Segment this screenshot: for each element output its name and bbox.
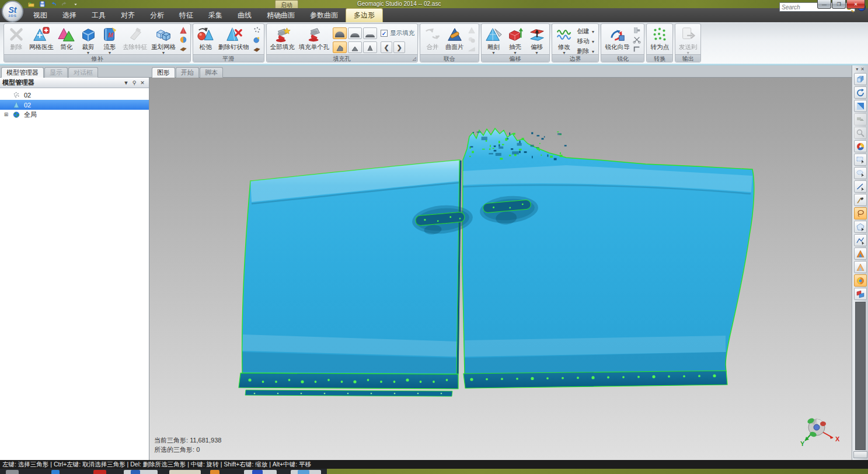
ribbon-button-流形[interactable]: M 流形▼ bbox=[99, 25, 120, 53]
sphere-mini-icon[interactable] bbox=[178, 36, 189, 44]
dialog-launcher-icon[interactable]: ◿ bbox=[413, 56, 416, 61]
maximize-button[interactable]: ❐ bbox=[832, 0, 846, 9]
ribbon-tab-选择[interactable]: 选择 bbox=[55, 8, 84, 22]
show-fill-checkbox[interactable]: ✓ bbox=[381, 30, 388, 37]
windows-taskbar[interactable] bbox=[0, 469, 868, 474]
ribbon-tab-采集[interactable]: 采集 bbox=[201, 8, 230, 22]
toolbar-footer-button[interactable] bbox=[853, 451, 867, 458]
scissors-mini-icon[interactable] bbox=[632, 36, 642, 44]
hole-partial-fill-type-1[interactable] bbox=[333, 41, 347, 53]
panel-close-icon[interactable]: ✕ bbox=[138, 80, 147, 86]
ribbon-button-重划网格[interactable]: 重划网格▼ bbox=[149, 25, 177, 53]
ribbon-button-锐化向导[interactable]: 锐化向导 bbox=[603, 25, 631, 53]
3d-viewport[interactable]: 当前三角形: 11,681,938 所选的三角形: 0 X Y bbox=[149, 78, 852, 460]
viewport-tab-开始[interactable]: 开始 bbox=[176, 67, 199, 78]
ribbon-button-填充单个孔[interactable]: 填充单个孔 bbox=[297, 25, 332, 53]
denoise-mini-icon[interactable] bbox=[252, 26, 262, 34]
ellipse-select-icon[interactable] bbox=[854, 167, 867, 179]
panel-tab-显示[interactable]: 显示 bbox=[44, 67, 68, 78]
ribbon-tab-多边形[interactable]: 多边形 bbox=[346, 8, 383, 22]
dynamic-view-icon[interactable] bbox=[854, 73, 867, 85]
brush-select-icon[interactable] bbox=[854, 194, 867, 206]
minimize-button[interactable]: — bbox=[817, 0, 831, 9]
rotate-view-icon[interactable] bbox=[854, 86, 867, 99]
ribbon-button-转为点[interactable]: 转为点 bbox=[649, 25, 671, 53]
flange-mini-icon[interactable] bbox=[632, 26, 642, 34]
ribbon-tab-精确曲面[interactable]: 精确曲面 bbox=[259, 8, 302, 22]
tree-item-02[interactable]: 02 bbox=[0, 100, 149, 110]
ribbon-button-移动[interactable]: 移动▼ bbox=[576, 37, 597, 46]
taskbar-app-fragment[interactable] bbox=[252, 470, 263, 474]
taskbar-apps[interactable] bbox=[0, 469, 327, 474]
ribbon-button-偏移[interactable]: 偏移▼ bbox=[527, 25, 548, 53]
ribbon-button-删除钉状物[interactable]: 删除钉状物 bbox=[217, 25, 251, 53]
polyline-select-icon[interactable] bbox=[854, 234, 867, 246]
open-icon[interactable] bbox=[27, 1, 35, 8]
taskbar-app-fragment[interactable] bbox=[210, 470, 219, 474]
hole-fill-type-1[interactable] bbox=[333, 27, 347, 39]
qat-dropdown-icon[interactable] bbox=[71, 1, 79, 8]
sand-mini-icon[interactable] bbox=[252, 45, 262, 53]
tree-expander-icon[interactable]: ⊞ bbox=[4, 112, 9, 117]
flood-select-alt-icon[interactable] bbox=[854, 261, 867, 273]
ribbon-button-修改[interactable]: 修改▼ bbox=[554, 25, 575, 53]
panel-tab-模型管理器[interactable]: 模型管理器 bbox=[1, 67, 44, 78]
prev-hole-button[interactable]: ❮ bbox=[381, 41, 392, 53]
taskbar-app-fragment[interactable] bbox=[51, 470, 60, 474]
panel-pin-icon[interactable]: ⚲ bbox=[130, 80, 138, 86]
panel-tab-对话框[interactable]: 对话框 bbox=[68, 67, 98, 78]
save-icon[interactable] bbox=[38, 1, 46, 8]
tree-item-02[interactable]: 02 bbox=[0, 90, 149, 100]
ribbon-button-简化[interactable]: 简化 bbox=[56, 25, 77, 53]
corner-mini-icon[interactable] bbox=[632, 45, 642, 53]
undo-icon[interactable] bbox=[49, 1, 57, 8]
ribbon-button-抽壳[interactable]: 抽壳▼ bbox=[505, 25, 526, 53]
scanned-mesh-model[interactable] bbox=[149, 78, 852, 460]
close-button[interactable]: ✕ bbox=[846, 0, 865, 9]
orientation-gizmo[interactable]: X Y bbox=[799, 413, 842, 447]
redo-icon[interactable] bbox=[60, 1, 68, 8]
ribbon-tab-工具[interactable]: 工具 bbox=[84, 8, 113, 22]
ribbon-button-雕刻[interactable]: 雕刻▼ bbox=[483, 25, 504, 53]
panel-dropdown-icon[interactable]: ▼ bbox=[122, 80, 130, 86]
hole-fill-type-3[interactable] bbox=[363, 27, 377, 39]
rectangle-select-icon[interactable] bbox=[854, 154, 867, 166]
taskbar-app-fragment[interactable] bbox=[93, 470, 106, 474]
ribbon-button-全部填充[interactable]: 全部填充 bbox=[269, 25, 297, 53]
toolbar-close-icon[interactable]: ✕ bbox=[860, 67, 864, 72]
polygon-select-icon[interactable] bbox=[854, 221, 867, 233]
ribbon-button-创建[interactable]: 创建▼ bbox=[576, 27, 597, 36]
toolbar-dropdown-icon[interactable]: ▾ bbox=[856, 67, 858, 72]
hole-partial-fill-type-2[interactable] bbox=[348, 41, 362, 53]
shade-view-icon[interactable] bbox=[854, 100, 867, 112]
ribbon-tab-曲线[interactable]: 曲线 bbox=[230, 8, 259, 22]
polish-mini-icon[interactable] bbox=[252, 36, 262, 44]
ribbon-tab-特征[interactable]: 特征 bbox=[172, 8, 201, 22]
tree-item-全局[interactable]: ⊞ 全局 bbox=[0, 110, 149, 120]
ribbon-tab-对齐[interactable]: 对齐 bbox=[113, 8, 142, 22]
lasso-select-icon[interactable] bbox=[854, 207, 867, 219]
next-hole-button[interactable]: ❯ bbox=[393, 41, 405, 53]
ribbon-tab-分析[interactable]: 分析 bbox=[142, 8, 172, 22]
taskbar-app-fragment[interactable] bbox=[298, 470, 309, 474]
ribbon-button-裁剪[interactable]: 裁剪▼ bbox=[78, 25, 99, 53]
application-menu-button[interactable]: St 3DS bbox=[2, 1, 23, 22]
taskbar-app-fragment[interactable] bbox=[124, 470, 158, 474]
ribbon-tab-视图[interactable]: 视图 bbox=[26, 8, 55, 22]
hole-partial-fill-type-3[interactable] bbox=[363, 41, 377, 53]
taskbar-app-fragment[interactable] bbox=[169, 470, 201, 474]
ribbon-button-曲面片[interactable]: 曲面片 bbox=[444, 25, 466, 53]
viewport-tab-图形[interactable]: 图形 bbox=[152, 67, 175, 78]
flood-select-icon[interactable] bbox=[854, 248, 867, 260]
ribbon-button-网格医生[interactable]: 网格医生 bbox=[27, 25, 55, 53]
ribbon-tab-参数曲面[interactable]: 参数曲面 bbox=[302, 8, 346, 22]
sandpaper-mini-icon[interactable] bbox=[178, 45, 189, 53]
pyramid-mini-icon[interactable] bbox=[178, 26, 189, 34]
hole-fill-type-2[interactable] bbox=[348, 27, 362, 39]
taskbar-app-fragment[interactable] bbox=[6, 470, 19, 474]
color-wheel-icon[interactable] bbox=[854, 140, 867, 152]
viewport-tab-脚本[interactable]: 脚本 bbox=[200, 67, 223, 78]
taskbar-app-fragment[interactable] bbox=[131, 470, 140, 474]
ribbon-button-松弛[interactable]: 松弛 bbox=[195, 25, 216, 53]
select-through-icon[interactable] bbox=[854, 288, 867, 300]
